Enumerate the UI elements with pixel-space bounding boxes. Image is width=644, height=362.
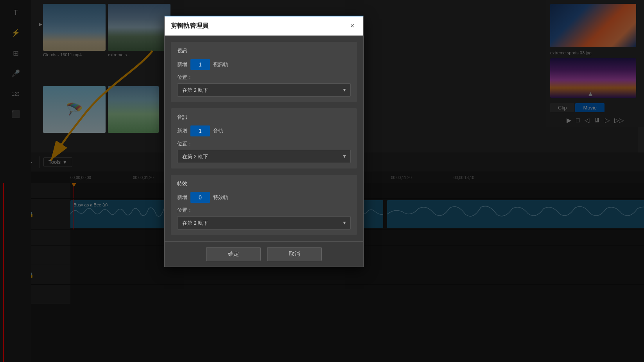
video-track-label: 視訊軌 [213, 61, 228, 68]
effects-add-row: 新增 特效軌 [177, 192, 351, 203]
dialog-title: 剪輯軌管理員 [171, 22, 208, 30]
effects-position-dropdown[interactable]: 在第 2 軌下 [177, 216, 351, 229]
video-position-label: 位置： [177, 74, 351, 81]
audio-position-dropdown[interactable]: 在第 2 軌下 [177, 150, 351, 163]
effects-track-label: 特效軌 [213, 194, 228, 201]
dialog-section-effects: 特效 新增 特效軌 位置： 在第 2 軌下 ▼ [171, 175, 357, 235]
video-add-label: 新增 [177, 61, 187, 68]
dialog-titlebar: 剪輯軌管理員 × [165, 16, 363, 36]
dialog-footer: 確定 取消 [165, 241, 363, 267]
video-position-dropdown-wrapper: 在第 2 軌下 ▼ [177, 83, 351, 97]
effects-section-title: 特效 [177, 180, 351, 187]
dialog-close-button[interactable]: × [348, 21, 357, 30]
effects-count-input[interactable] [190, 192, 210, 203]
audio-section-title: 音訊 [177, 114, 351, 121]
audio-add-row: 新增 音軌 [177, 125, 351, 136]
dialog-section-audio: 音訊 新增 音軌 位置： 在第 2 軌下 ▼ [171, 108, 357, 168]
audio-add-label: 新增 [177, 127, 187, 134]
effects-add-label: 新增 [177, 194, 187, 201]
clip-track-manager-dialog: 剪輯軌管理員 × 視訊 新增 視訊軌 位置： 在第 2 軌下 ▼ 音訊 新 [164, 16, 364, 267]
effects-position-dropdown-wrapper: 在第 2 軌下 ▼ [177, 216, 351, 229]
video-add-row: 新增 視訊軌 [177, 59, 351, 70]
video-position-dropdown[interactable]: 在第 2 軌下 [177, 83, 351, 97]
video-count-input[interactable] [190, 59, 210, 70]
cancel-button[interactable]: 取消 [267, 247, 322, 261]
confirm-button[interactable]: 確定 [206, 247, 261, 261]
audio-track-label: 音軌 [213, 127, 223, 134]
effects-position-label: 位置： [177, 207, 351, 214]
audio-position-dropdown-wrapper: 在第 2 軌下 ▼ [177, 150, 351, 163]
dialog-body: 視訊 新增 視訊軌 位置： 在第 2 軌下 ▼ 音訊 新增 音軌 位置： [165, 36, 363, 241]
audio-count-input[interactable] [190, 125, 210, 136]
audio-position-label: 位置： [177, 140, 351, 147]
dialog-section-video: 視訊 新增 視訊軌 位置： 在第 2 軌下 ▼ [171, 42, 357, 102]
video-section-title: 視訊 [177, 47, 351, 54]
